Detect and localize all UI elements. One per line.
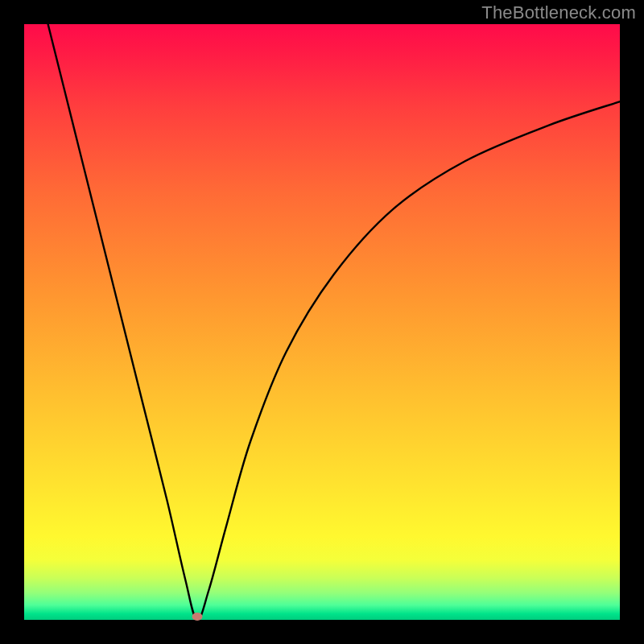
bottleneck-curve: [24, 24, 620, 620]
plot-area: [24, 24, 620, 620]
minimum-dot: [192, 613, 202, 621]
watermark-text: TheBottleneck.com: [481, 2, 636, 23]
chart-frame: TheBottleneck.com: [0, 0, 644, 644]
